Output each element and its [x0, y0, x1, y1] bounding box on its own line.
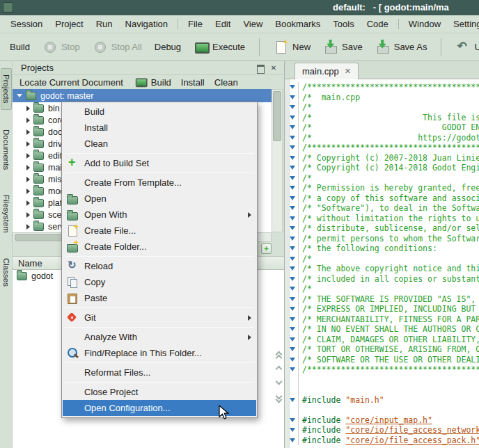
undo-button[interactable]: Undo — [451, 37, 479, 58]
include-path-token[interactable]: "core/io/file_access_pack.h" — [345, 435, 479, 445]
fold-marker-icon[interactable] — [290, 438, 295, 442]
expand-arrow-icon[interactable] — [26, 153, 30, 159]
menu-item-reload[interactable]: Reload — [63, 258, 256, 274]
fold-marker-icon[interactable] — [290, 95, 295, 99]
save-as-button[interactable]: Save As — [371, 37, 432, 58]
stop-button[interactable]: Stop — [38, 37, 84, 58]
close-panel-icon[interactable] — [269, 63, 278, 73]
up-chevron-icon[interactable] — [275, 365, 283, 371]
fold-marker-icon[interactable] — [290, 186, 295, 190]
expand-arrow-icon[interactable] — [26, 224, 30, 230]
menubar-item-tools[interactable]: Tools — [327, 17, 360, 31]
fold-marker-icon[interactable] — [290, 176, 295, 180]
fold-marker-icon[interactable] — [290, 206, 295, 210]
menu-item-open-with[interactable]: Open With — [63, 207, 256, 223]
fold-marker-icon[interactable] — [290, 277, 295, 281]
fold-marker-icon[interactable] — [290, 257, 295, 261]
dock-tab-documents[interactable]: Documents — [1, 124, 11, 175]
down-chevron-icon[interactable] — [275, 379, 283, 385]
execute-button[interactable]: Execute — [189, 37, 249, 58]
fold-marker-icon[interactable] — [290, 156, 295, 160]
double-down-chevron-icon[interactable] — [275, 394, 283, 400]
menubar-item-view[interactable]: View — [237, 17, 269, 31]
stop-all-button[interactable]: Stop All — [88, 37, 146, 58]
menubar-item-window[interactable]: Window — [402, 17, 447, 31]
fold-marker-icon[interactable] — [290, 367, 295, 371]
fold-marker-icon[interactable] — [290, 347, 295, 351]
tree-vertical-scrollbar[interactable] — [272, 89, 283, 232]
fold-marker-icon[interactable] — [290, 145, 295, 150]
menu-item-clean[interactable]: Clean — [63, 136, 256, 152]
fold-marker-icon[interactable] — [290, 216, 295, 221]
code-editor[interactable]: /***************************************… — [285, 79, 479, 448]
expand-arrow-icon[interactable] — [26, 165, 30, 170]
menu-item-reformat-files[interactable]: Reformat Files... — [63, 365, 256, 381]
menu-item-create-file[interactable]: Create File... — [63, 223, 256, 239]
expand-arrow-icon[interactable] — [26, 129, 30, 135]
menu-item-close-project[interactable]: Close Project — [63, 384, 256, 400]
expand-arrow-icon[interactable] — [26, 177, 30, 182]
expand-arrow-icon[interactable] — [26, 141, 30, 147]
double-up-chevron-icon[interactable] — [275, 350, 283, 356]
float-panel-icon[interactable] — [256, 63, 265, 73]
new-button[interactable]: New — [269, 37, 315, 58]
menu-item-create-folder[interactable]: Create Folder... — [63, 239, 256, 255]
fold-marker-icon[interactable] — [290, 307, 295, 311]
fold-marker-icon[interactable] — [290, 166, 295, 170]
expand-arrow-icon[interactable] — [26, 189, 30, 194]
menubar-item-project[interactable]: Project — [49, 17, 89, 31]
dock-tab-classes[interactable]: Classes — [1, 253, 11, 292]
menubar-item-bookmarks[interactable]: Bookmarks — [269, 17, 327, 31]
include-path-token[interactable]: "core/io/file_access_network.h" — [345, 425, 479, 435]
menubar-item-run[interactable]: Run — [90, 17, 119, 31]
fold-marker-icon[interactable] — [290, 428, 295, 432]
menubar-item-settings[interactable]: Settings — [447, 17, 479, 31]
include-path-token[interactable]: "core/input_map.h" — [345, 415, 432, 425]
fold-marker-icon[interactable] — [290, 85, 295, 89]
menu-item-git[interactable]: Git — [63, 310, 256, 326]
menubar-item-session[interactable]: Session — [4, 17, 49, 31]
project-clean-button[interactable]: Clean — [214, 77, 238, 88]
menubar-item-code[interactable]: Code — [361, 17, 395, 31]
expand-arrow-icon[interactable] — [26, 118, 30, 123]
menubar-item-navigation[interactable]: Navigation — [119, 17, 174, 31]
menubar-item-edit[interactable]: Edit — [209, 17, 237, 31]
locate-current-document-button[interactable]: Locate Current Document — [19, 77, 123, 88]
project-build-button[interactable]: Build — [133, 74, 171, 90]
fold-marker-icon[interactable] — [290, 246, 295, 250]
save-button[interactable]: Save — [319, 37, 367, 58]
menu-item-open[interactable]: Open — [63, 191, 256, 207]
fold-marker-icon[interactable] — [290, 418, 295, 422]
dock-tab-filesystem[interactable]: Filesystem — [1, 189, 11, 239]
fold-marker-icon[interactable] — [290, 115, 295, 120]
menu-item-add-to-build-set[interactable]: Add to Build Set — [63, 155, 256, 171]
fold-marker-icon[interactable] — [290, 105, 295, 109]
scrollbar-thumb[interactable] — [273, 91, 281, 141]
titlebar[interactable]: default: - [ godot:main/ma — [0, 0, 479, 15]
fold-marker-icon[interactable] — [290, 226, 295, 230]
menu-item-analyze-with[interactable]: Analyze With — [63, 329, 256, 345]
menu-item-install[interactable]: Install — [63, 120, 256, 136]
expand-arrow-icon[interactable] — [26, 212, 30, 218]
tab-main-cpp[interactable]: main.cpp — [295, 63, 359, 79]
menubar-item-file[interactable]: File — [182, 17, 209, 31]
menu-item-paste[interactable]: Paste — [63, 290, 256, 306]
menu-item-build[interactable]: Build — [63, 104, 256, 120]
dock-tab-projects[interactable]: Projects — [1, 68, 12, 110]
project-install-button[interactable]: Install — [181, 77, 205, 88]
close-tab-icon[interactable] — [345, 67, 351, 75]
expand-arrow-icon[interactable] — [26, 200, 30, 206]
fold-marker-icon[interactable] — [290, 327, 295, 331]
menu-item-find-replace-in-this-folder[interactable]: Find/Replace in This Folder... — [63, 345, 256, 361]
debug-button[interactable]: Debug — [150, 39, 185, 55]
expand-arrow-icon[interactable] — [26, 106, 30, 111]
menu-item-copy[interactable]: Copy — [63, 274, 256, 290]
fold-marker-icon[interactable] — [290, 125, 295, 129]
fold-marker-icon[interactable] — [290, 237, 295, 241]
tree-item-godot-master[interactable]: godot: master — [13, 89, 272, 102]
fold-marker-icon[interactable] — [290, 196, 295, 200]
fold-marker-icon[interactable] — [290, 136, 295, 140]
menu-item-create-from-template[interactable]: Create From Template... — [63, 175, 256, 191]
expand-all-button[interactable] — [261, 243, 272, 254]
build-button[interactable]: Build — [6, 39, 34, 55]
